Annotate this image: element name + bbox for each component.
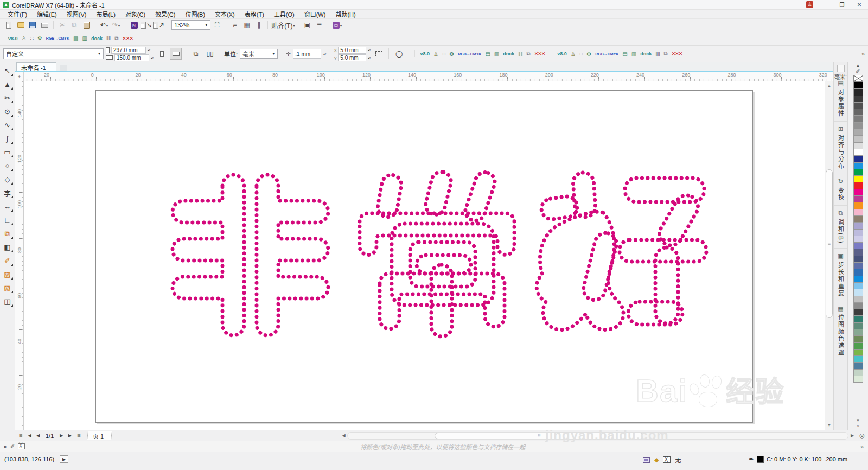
application-launcher-dropdown[interactable]: ▭▾ xyxy=(331,20,342,30)
palette-swatch[interactable] xyxy=(853,249,863,256)
undo-button[interactable]: ↶▾ xyxy=(99,20,110,30)
macro-icon[interactable]: ‖‖ xyxy=(655,51,660,57)
drawing-canvas[interactable]: Bai经验 xyxy=(24,81,825,430)
macro-icon[interactable]: ⧉ xyxy=(664,50,668,57)
toolbox-tool[interactable]: ✂ xyxy=(1,91,14,105)
vertical-scroll-thumb[interactable] xyxy=(826,169,833,318)
palette-swatch[interactable] xyxy=(853,222,863,229)
page-height-spinner[interactable]: ▴▾ xyxy=(151,56,154,59)
menu-item[interactable]: 窗口(W) xyxy=(300,9,330,19)
horizontal-scrollbar[interactable]: ◀ ▶ ◎ xyxy=(340,431,868,440)
duplicate-x-spinner[interactable]: ▴▾ xyxy=(368,49,371,52)
show-grid-button[interactable]: ▦ xyxy=(241,20,252,30)
palette-expand-button[interactable]: » xyxy=(857,424,859,429)
palette-swatch[interactable] xyxy=(853,289,863,296)
landscape-button[interactable] xyxy=(170,48,182,60)
palette-swatch[interactable] xyxy=(853,262,863,269)
macro-icon[interactable]: ♙ xyxy=(571,51,576,57)
macro-icon[interactable]: v8.0 xyxy=(557,51,567,56)
page-height-field[interactable]: 150.0 mm xyxy=(114,54,149,61)
macro-icon[interactable]: ▤ xyxy=(73,35,78,41)
macro-icon[interactable]: RGB→CMYK xyxy=(458,52,481,56)
menu-item[interactable]: 帮助(H) xyxy=(331,9,360,19)
ruler-origin-button[interactable]: + xyxy=(15,72,24,81)
palette-swatch[interactable] xyxy=(853,242,863,249)
settings-list-button[interactable]: ≣ xyxy=(314,20,324,30)
toolbox-tool[interactable]: 字 xyxy=(1,186,14,200)
palette-scroll-down-button[interactable]: ▼ xyxy=(856,418,860,423)
menu-item[interactable]: 表格(T) xyxy=(240,9,269,19)
next-page-button[interactable]: ▶ xyxy=(57,433,66,438)
palette-swatch[interactable] xyxy=(853,122,863,129)
macro-icon[interactable]: v8.0 xyxy=(8,36,18,41)
zoom-level-combo[interactable]: 132% ▼ xyxy=(171,20,210,30)
macro-icon[interactable]: dock xyxy=(503,51,514,56)
show-guidelines-button[interactable]: ∥ xyxy=(253,20,264,30)
palette-swatch[interactable] xyxy=(853,182,863,189)
treat-as-filled-button[interactable] xyxy=(373,48,385,60)
macro-icon[interactable]: ▤ xyxy=(622,51,627,57)
paste-button[interactable] xyxy=(81,20,92,30)
membership-user-icon[interactable]: ♙ xyxy=(806,1,813,8)
palette-swatch[interactable] xyxy=(853,135,863,142)
palette-swatch[interactable] xyxy=(853,209,863,216)
palette-swatch[interactable] xyxy=(853,349,863,356)
horizontal-scroll-thumb[interactable] xyxy=(435,433,643,439)
macro-icon[interactable]: ⧉ xyxy=(114,35,118,42)
macro-icon[interactable]: ⚙ xyxy=(449,51,454,57)
palette-swatch[interactable] xyxy=(853,236,863,243)
palette-swatch[interactable] xyxy=(853,315,863,322)
palette-swatch[interactable] xyxy=(853,155,863,162)
docker-tab[interactable]: ⧉ 调和(B) xyxy=(834,205,847,248)
portrait-button[interactable] xyxy=(156,48,168,60)
macro-icon[interactable]: ‖‖ xyxy=(106,35,111,41)
palette-swatch[interactable] xyxy=(853,329,863,336)
macro-icon[interactable]: v8.0 xyxy=(420,51,430,56)
palette-swatch[interactable] xyxy=(853,229,863,236)
outline-position-button[interactable]: ◯ xyxy=(393,48,405,60)
toolbox-tool[interactable]: ▭ xyxy=(1,145,14,159)
palette-eyedropper-icon[interactable]: ✐ xyxy=(10,443,15,449)
no-color-swatch[interactable] xyxy=(853,75,863,82)
toolbox-tool[interactable]: ▲ xyxy=(1,78,14,91)
outline-color-swatch[interactable] xyxy=(757,456,764,463)
pan-zoom-button[interactable]: ◎ xyxy=(856,432,868,439)
toolbox-tool[interactable]: ↖ xyxy=(1,64,14,78)
duplicate-x-field[interactable]: 5.0 mm xyxy=(338,47,366,54)
scroll-down-button[interactable]: ▼ xyxy=(825,421,833,430)
redo-button[interactable]: ↷▾ xyxy=(111,20,122,30)
menu-item[interactable]: 编辑(E) xyxy=(33,9,61,19)
toolbox-tool[interactable]: ⧉ xyxy=(1,227,14,240)
duplicate-y-spinner[interactable]: ▴▾ xyxy=(368,56,371,59)
options-button[interactable]: ▣ xyxy=(302,20,312,30)
palette-swatch[interactable] xyxy=(853,82,863,89)
export-button[interactable]: ↗ xyxy=(153,20,164,30)
macro-icon[interactable]: ♙ xyxy=(22,35,27,41)
nudge-distance-field[interactable]: .1 mm xyxy=(293,49,321,59)
palette-swatch[interactable] xyxy=(853,256,863,263)
new-tab-button[interactable] xyxy=(60,65,67,71)
coordinates-flyout-button[interactable]: ▶ xyxy=(60,455,68,463)
no-color-swatch[interactable] xyxy=(18,443,25,449)
all-pages-button[interactable]: ⧉ xyxy=(190,48,202,60)
macro-icon[interactable]: ∷ xyxy=(30,35,34,41)
palette-swatch[interactable] xyxy=(853,215,863,223)
palette-swatch[interactable] xyxy=(853,322,863,329)
palette-swatch[interactable] xyxy=(853,96,863,103)
toolbox-tool[interactable]: ✐ xyxy=(1,254,14,268)
palette-swatch[interactable] xyxy=(853,355,863,363)
macro-icon[interactable]: ∷ xyxy=(579,51,583,57)
last-page-button[interactable]: ▶ xyxy=(66,433,74,438)
macro-icon[interactable]: RGB→CMYK xyxy=(595,52,618,56)
palette-swatch[interactable] xyxy=(853,309,863,316)
scroll-right-button[interactable]: ▶ xyxy=(848,433,856,438)
page-preset-combo[interactable]: 自定义 ▼ xyxy=(3,48,104,59)
macro-icon[interactable]: ▥ xyxy=(82,35,87,41)
palette-swatch[interactable] xyxy=(853,169,863,176)
menu-item[interactable]: 位图(B) xyxy=(181,9,209,19)
palette-flyout-icon[interactable]: ▸ xyxy=(4,443,7,449)
menu-item[interactable]: 视图(V) xyxy=(62,9,91,19)
duplicate-y-field[interactable]: 5.0 mm xyxy=(338,54,366,61)
palette-swatch[interactable] xyxy=(853,102,863,109)
palette-swatch[interactable] xyxy=(853,142,863,149)
